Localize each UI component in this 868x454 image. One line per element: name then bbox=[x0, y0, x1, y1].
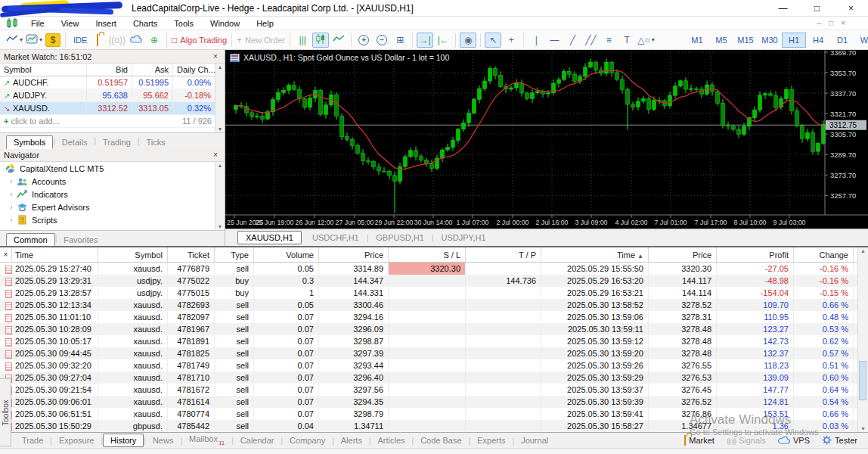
toolbox-tab-code-base[interactable]: Code Base bbox=[414, 434, 468, 446]
history-column-header[interactable]: Time bbox=[12, 247, 98, 262]
restore-button[interactable]: □ bbox=[800, 0, 834, 17]
cursor-button[interactable]: ↖ bbox=[485, 33, 501, 48]
cloud-button[interactable] bbox=[128, 33, 144, 48]
status-vps[interactable]: VPS bbox=[778, 436, 810, 446]
status-signals[interactable]: ((o))Signals bbox=[727, 436, 766, 445]
history-row[interactable]: 2025.05.30 15:50:29gbpusd.4785442sell0.0… bbox=[0, 420, 857, 432]
tab-favorites[interactable]: Favorites bbox=[57, 234, 104, 246]
tab-common[interactable]: Common bbox=[6, 233, 55, 247]
tab-symbols[interactable]: Symbols bbox=[6, 135, 53, 149]
toolbox-tab-trade[interactable]: Trade bbox=[15, 434, 50, 446]
navigator-item-scripts[interactable]: ›Scripts bbox=[0, 213, 225, 226]
history-row[interactable]: 2025.05.30 09:27:04xauusd.4781710sell0.0… bbox=[0, 372, 857, 384]
market-watch-row[interactable]: ↘XAUUSD.3312.523313.050.32% bbox=[0, 102, 215, 115]
history-column-header[interactable]: Type bbox=[215, 247, 254, 262]
history-row[interactable]: 2025.05.29 13:28:57usdjpy.4775015buy1144… bbox=[0, 287, 857, 299]
channel-button[interactable]: ╱╱ bbox=[582, 33, 599, 48]
close-icon[interactable]: × bbox=[210, 151, 221, 159]
history-row[interactable]: 2025.05.30 10:28:09xauusd.4781967sell0.0… bbox=[0, 323, 857, 335]
screenshot-button[interactable]: ◉ bbox=[460, 33, 476, 48]
status-market[interactable]: Market bbox=[684, 436, 715, 445]
vline-button[interactable]: | bbox=[528, 33, 544, 48]
chart-window[interactable]: XAUUSD., H1: Spot Gold Ounce vs US Dolla… bbox=[225, 50, 868, 229]
close-icon[interactable]: × bbox=[0, 247, 12, 262]
close-icon[interactable]: × bbox=[210, 52, 221, 61]
expander-icon[interactable]: › bbox=[7, 190, 16, 198]
column-header[interactable]: Ask bbox=[132, 64, 173, 76]
history-row[interactable]: 2025.05.29 13:29:31usdjpy.4775022buy0.31… bbox=[0, 275, 857, 287]
navigator-scrollbar[interactable]: ▲▼ bbox=[215, 162, 225, 230]
market-watch-row[interactable]: ↗AUDJPY.95.63895.662-0.18% bbox=[0, 89, 215, 102]
column-header[interactable]: Symbol bbox=[0, 64, 87, 76]
bars-button[interactable]: ||| bbox=[294, 33, 311, 48]
toolbox-tab-mailbox[interactable]: Mailbox11 bbox=[182, 433, 231, 447]
history-row[interactable]: 2025.05.29 15:27:40xauusd.4776879sell0.0… bbox=[0, 263, 857, 275]
timeframe-h1-button[interactable]: H1 bbox=[782, 33, 806, 48]
algo-trading-button[interactable]: □Algo Trading bbox=[171, 33, 228, 48]
timeframe-m15-button[interactable]: M15 bbox=[733, 33, 758, 48]
navigator-item-indicators[interactable]: ›Indicators bbox=[0, 188, 225, 201]
menu-charts[interactable]: Charts bbox=[125, 17, 166, 30]
history-column-header[interactable]: Profit bbox=[717, 247, 794, 262]
toolbox-tab-alerts[interactable]: Alerts bbox=[334, 434, 369, 446]
text-button[interactable]: T bbox=[618, 33, 635, 48]
tab-trading[interactable]: Trading bbox=[96, 136, 138, 148]
timeframe-w1-button[interactable]: W1 bbox=[854, 33, 868, 48]
history-column-header[interactable]: T / P bbox=[466, 247, 541, 262]
mdi-close-button[interactable]: × bbox=[841, 19, 845, 27]
timeframe-d1-button[interactable]: D1 bbox=[830, 33, 854, 48]
market-watch-row[interactable]: ↗AUDCHF.0.519570.519950.09% bbox=[0, 76, 215, 89]
tab-ticks[interactable]: Ticks bbox=[140, 136, 172, 148]
tile-windows-button[interactable]: ⊞ bbox=[392, 33, 408, 48]
price-chart[interactable]: 3369.703353.703337.703321.703305.703289.… bbox=[225, 50, 868, 229]
history-column-header[interactable]: Ticket bbox=[168, 247, 215, 262]
dollar-button[interactable]: $ bbox=[45, 33, 61, 48]
history-row[interactable]: 2025.05.30 09:44:45xauusd.4781825sell0.0… bbox=[0, 347, 857, 359]
trendline-button[interactable]: ╱ bbox=[564, 33, 581, 48]
community-button[interactable]: ⊕ bbox=[146, 33, 163, 48]
history-column-header[interactable]: S / L bbox=[389, 247, 466, 262]
shapes-dropdown[interactable]: △○▾ bbox=[637, 33, 656, 48]
history-column-header[interactable]: Volume bbox=[254, 247, 319, 262]
history-column-header[interactable]: Time ▲ bbox=[541, 247, 649, 262]
market-bag-button[interactable] bbox=[89, 33, 106, 48]
history-row[interactable]: 2025.05.30 09:21:54xauusd.4781672sell0.0… bbox=[0, 384, 857, 396]
close-button[interactable]: × bbox=[834, 0, 868, 17]
menu-file[interactable]: File bbox=[23, 17, 53, 30]
history-row[interactable]: 2025.05.30 10:05:17xauusd.4781891sell0.0… bbox=[0, 335, 857, 347]
line-chart-button[interactable] bbox=[330, 33, 347, 48]
new-order-button[interactable]: +New Order bbox=[236, 33, 286, 48]
click-to-add-row[interactable]: + click to add...11 / 926 bbox=[0, 115, 215, 128]
timeframe-h4-button[interactable]: H4 bbox=[806, 33, 830, 48]
history-row[interactable]: 2025.05.30 12:13:34xauusd.4782693sell0.0… bbox=[0, 299, 857, 311]
menu-window[interactable]: Window bbox=[202, 17, 248, 30]
zoom-out-button[interactable]: − bbox=[374, 33, 390, 48]
history-row[interactable]: 2025.05.30 06:51:51xauusd.4780774sell0.0… bbox=[0, 408, 857, 420]
timeframe-m30-button[interactable]: M30 bbox=[758, 33, 782, 48]
toolbox-tab-journal[interactable]: Journal bbox=[514, 434, 555, 446]
auto-scroll-button[interactable]: →| bbox=[417, 33, 433, 48]
signals-toolbar-button[interactable]: ((o)) bbox=[107, 33, 126, 48]
toolbox-tab-news[interactable]: News bbox=[146, 434, 181, 446]
toolbox-tab-history[interactable]: History bbox=[103, 434, 144, 447]
tab-details[interactable]: Details bbox=[55, 136, 95, 148]
toolbox-side-tab[interactable]: Toolbox bbox=[0, 378, 11, 446]
expander-icon[interactable]: › bbox=[7, 216, 16, 224]
toolbox-tab-experts[interactable]: Experts bbox=[470, 434, 512, 446]
chart-mode-dropdown[interactable]: ▾ bbox=[5, 33, 23, 48]
chart-tab-usdchf-h1[interactable]: USDCHF,H1 bbox=[305, 232, 367, 244]
chart-tab-xauusd-h1[interactable]: XAUUSD,H1 bbox=[237, 231, 302, 244]
hline-button[interactable]: — bbox=[546, 33, 563, 48]
toolbox-tab-company[interactable]: Company bbox=[283, 434, 332, 446]
timeframe-m1-button[interactable]: M1 bbox=[685, 33, 709, 48]
status-tester[interactable]: Tester bbox=[822, 435, 857, 446]
chart-tab-gbpusd-h1[interactable]: GBPUSD,H1 bbox=[368, 232, 432, 244]
mdi-restore-button[interactable]: □ bbox=[829, 19, 833, 27]
menu-help[interactable]: Help bbox=[248, 17, 282, 30]
navigator-item-accounts[interactable]: ›Accounts bbox=[0, 175, 225, 188]
menu-insert[interactable]: Insert bbox=[87, 17, 125, 30]
navigator-root-item[interactable]: CapitalXtend LLC MT5 bbox=[0, 162, 225, 175]
expander-icon[interactable]: › bbox=[7, 177, 16, 185]
market-watch-scrollbar[interactable]: ▲▼ bbox=[215, 64, 225, 132]
expander-icon[interactable]: › bbox=[7, 203, 16, 211]
